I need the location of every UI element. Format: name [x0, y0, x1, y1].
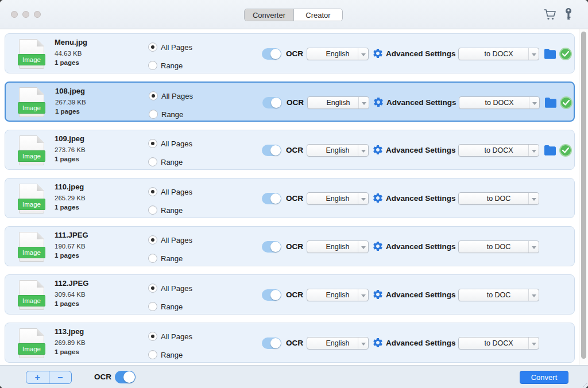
file-row[interactable]: Image 113.jpeg 269.89 KB 1 pages All Pag… — [5, 323, 575, 363]
radio-button-icon[interactable] — [148, 284, 157, 293]
add-file-button[interactable]: + — [26, 371, 49, 383]
gear-icon[interactable] — [372, 240, 384, 252]
open-folder-icon[interactable] — [544, 145, 556, 156]
gear-icon[interactable] — [372, 192, 384, 204]
output-format-dropdown[interactable]: to DOCX — [458, 48, 539, 60]
range-radio[interactable]: Range — [148, 154, 192, 169]
radio-button-icon[interactable] — [148, 139, 157, 148]
output-format-value: to DOC — [487, 195, 511, 203]
language-dropdown[interactable]: English — [307, 192, 369, 205]
ocr-toggle[interactable] — [262, 97, 282, 108]
image-file-icon: Image — [19, 39, 44, 69]
output-format-dropdown[interactable]: to DOCX — [458, 144, 539, 157]
all-pages-radio[interactable]: All Pages — [148, 136, 192, 151]
gear-icon[interactable] — [372, 48, 384, 59]
output-format-dropdown[interactable]: to DOCX — [459, 96, 540, 109]
chevron-down-icon — [358, 241, 368, 253]
resize-grip[interactable] — [581, 381, 587, 387]
radio-button-icon[interactable] — [149, 110, 158, 119]
gear-icon[interactable] — [372, 144, 384, 156]
range-radio[interactable]: Range — [148, 347, 192, 362]
radio-button-icon[interactable] — [148, 350, 157, 359]
file-row[interactable]: Image 111.JPEG 190.67 KB 1 pages All Pag… — [5, 226, 575, 266]
range-radio[interactable]: Range — [148, 299, 192, 314]
tab-converter[interactable]: Converter — [245, 9, 293, 21]
file-row[interactable]: Image 108.jpeg 267.39 KB 1 pages All Pag… — [5, 82, 575, 122]
open-folder-icon[interactable] — [544, 98, 557, 108]
output-format-dropdown[interactable]: to DOCX — [458, 337, 539, 350]
file-row[interactable]: Image Menu.jpg 44.63 KB 1 pages All Page… — [5, 33, 575, 73]
image-badge: Image — [18, 343, 45, 355]
radio-button-icon[interactable] — [148, 302, 157, 311]
radio-button-icon[interactable] — [148, 157, 157, 166]
all-pages-radio[interactable]: All Pages — [148, 40, 192, 55]
advanced-settings-button[interactable]: Advanced Settings — [386, 194, 456, 203]
ocr-toggle[interactable] — [262, 48, 281, 60]
radio-button-icon[interactable] — [148, 61, 157, 70]
all-pages-radio[interactable]: All Pages — [148, 184, 192, 199]
all-pages-radio[interactable]: All Pages — [148, 232, 192, 247]
language-dropdown[interactable]: English — [307, 337, 369, 350]
output-format-dropdown[interactable]: to DOC — [458, 289, 539, 301]
advanced-settings-button[interactable]: Advanced Settings — [386, 339, 456, 347]
image-badge: Image — [18, 247, 45, 258]
radio-button-icon[interactable] — [148, 254, 157, 263]
gear-icon[interactable] — [372, 289, 384, 300]
global-ocr-toggle[interactable] — [115, 371, 136, 383]
gear-icon[interactable] — [372, 337, 384, 348]
radio-button-icon[interactable] — [148, 235, 157, 245]
advanced-settings-button[interactable]: Advanced Settings — [386, 49, 456, 58]
file-size: 269.89 KB — [55, 339, 146, 346]
range-radio[interactable]: Range — [148, 251, 192, 266]
language-dropdown[interactable]: English — [307, 289, 369, 301]
all-pages-radio[interactable]: All Pages — [148, 281, 192, 296]
output-format-dropdown[interactable]: to DOC — [458, 240, 539, 253]
ocr-label: OCR — [286, 339, 303, 347]
range-radio[interactable]: Range — [148, 203, 192, 218]
advanced-settings-button[interactable]: Advanced Settings — [386, 98, 457, 107]
convert-button[interactable]: Convert — [520, 371, 568, 384]
radio-button-icon[interactable] — [148, 187, 157, 196]
language-dropdown[interactable]: English — [307, 240, 369, 253]
file-row[interactable]: Image 109.jpeg 273.76 KB 1 pages All Pag… — [5, 130, 575, 170]
remove-file-button[interactable]: − — [49, 371, 72, 383]
scrollbar[interactable] — [579, 29, 588, 365]
minimize-button[interactable] — [22, 11, 29, 18]
gear-icon[interactable] — [373, 96, 384, 108]
radio-button-icon[interactable] — [149, 91, 158, 100]
page-range-radios: All Pages Range — [148, 136, 192, 173]
radio-button-icon[interactable] — [148, 42, 157, 52]
ocr-toggle[interactable] — [262, 193, 281, 204]
page-range-radios: All Pages Range — [148, 232, 192, 269]
language-dropdown[interactable]: English — [307, 48, 369, 60]
language-dropdown[interactable]: English — [307, 96, 369, 109]
output-format-dropdown[interactable]: to DOC — [458, 192, 539, 205]
ocr-toggle[interactable] — [262, 337, 281, 349]
all-pages-radio[interactable]: All Pages — [149, 88, 193, 103]
ocr-toggle[interactable] — [262, 145, 281, 156]
file-info: 112.JPEG 309.64 KB 1 pages — [55, 279, 146, 307]
open-folder-icon[interactable] — [544, 49, 556, 59]
all-pages-radio[interactable]: All Pages — [148, 329, 192, 344]
file-row[interactable]: Image 112.JPEG 309.64 KB 1 pages All Pag… — [5, 274, 575, 315]
range-radio[interactable]: Range — [149, 107, 193, 122]
tab-creator[interactable]: Creator — [293, 9, 342, 21]
file-row[interactable]: Image 110.jpeg 265.29 KB 1 pages All Pag… — [5, 178, 575, 218]
cart-icon[interactable] — [543, 8, 557, 21]
radio-button-icon[interactable] — [148, 205, 157, 215]
advanced-settings-button[interactable]: Advanced Settings — [386, 146, 456, 154]
advanced-settings-button[interactable]: Advanced Settings — [386, 242, 456, 251]
ocr-toggle[interactable] — [262, 241, 281, 253]
language-dropdown[interactable]: English — [307, 144, 369, 157]
range-radio[interactable]: Range — [148, 58, 192, 73]
file-size: 309.64 KB — [55, 291, 146, 298]
close-button[interactable] — [11, 11, 18, 18]
advanced-settings-button[interactable]: Advanced Settings — [386, 290, 456, 299]
key-icon[interactable] — [565, 7, 572, 21]
zoom-button[interactable] — [34, 11, 41, 18]
image-badge: Image — [18, 54, 45, 65]
radio-button-icon[interactable] — [148, 332, 157, 341]
ocr-toggle[interactable] — [262, 289, 281, 301]
image-file-icon: Image — [19, 280, 44, 310]
scrollbar-thumb[interactable] — [581, 32, 586, 359]
